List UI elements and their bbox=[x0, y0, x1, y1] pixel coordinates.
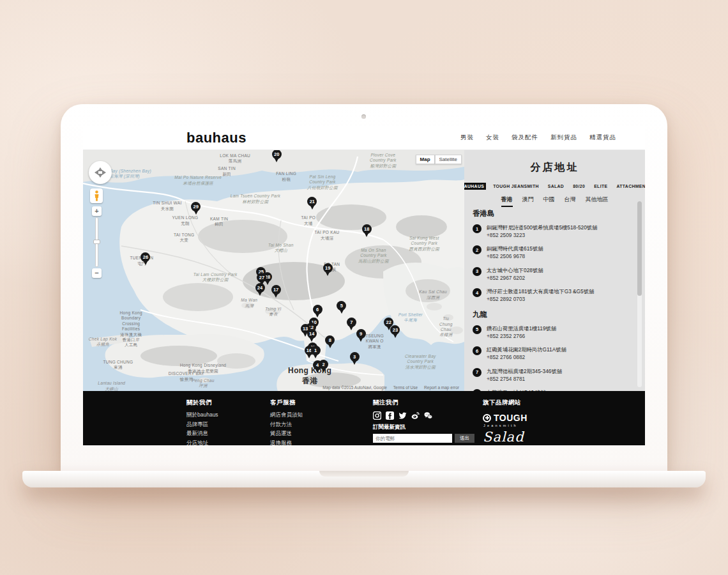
map-pin[interactable]: 6 bbox=[312, 305, 322, 319]
terms-of-use-link[interactable]: Terms of Use bbox=[393, 385, 418, 390]
map-pin[interactable]: 4 bbox=[312, 360, 322, 374]
brand-tab[interactable]: TOUGH JEANSMITH bbox=[491, 183, 541, 190]
footer-link[interactable]: 退換服務 bbox=[270, 440, 373, 446]
store-number-badge: 2 bbox=[473, 245, 482, 254]
map-pin-number: 26 bbox=[140, 252, 150, 262]
footer-brands-column: 旗下品牌網站 TOUGH Jeansmith Salad THE bbox=[483, 399, 579, 445]
satellite-view-button[interactable]: Satellite bbox=[435, 155, 462, 164]
map-pin-number: 9 bbox=[356, 329, 366, 339]
map-pin[interactable]: 26 bbox=[140, 252, 151, 266]
footer-link[interactable]: 網店會員須知 bbox=[270, 411, 373, 419]
footer-column-title: 旗下品牌網站 bbox=[483, 399, 579, 407]
store-address: 九龍灣德福廣場2期345-346號舖 bbox=[487, 367, 562, 375]
bauhaus-logo[interactable]: bauhaus bbox=[186, 130, 246, 146]
panel-title: 分店地址 bbox=[464, 161, 645, 174]
panel-scrollbar-thumb[interactable] bbox=[637, 201, 642, 296]
map-zoom-control[interactable]: + − bbox=[92, 206, 102, 278]
map-pin-number: 27 bbox=[257, 273, 266, 282]
pan-left-icon[interactable] bbox=[92, 170, 98, 175]
pan-right-icon[interactable] bbox=[102, 170, 109, 175]
brand-tab[interactable]: ATTACHMENT bbox=[614, 183, 645, 190]
map-pin[interactable]: 23 bbox=[390, 325, 400, 339]
pegman-control[interactable] bbox=[90, 188, 103, 203]
footer-link[interactable]: 貨品運送 bbox=[270, 430, 373, 438]
store-address: 灣仔莊士敦道181號大有廣場地下G3 &G5號舖 bbox=[487, 288, 594, 295]
zoom-in-button[interactable]: + bbox=[92, 206, 102, 216]
store-address: 鑽石山荷里活廣場1樓119號舖 bbox=[487, 325, 556, 332]
nav-link[interactable]: 精選貨品 bbox=[589, 134, 616, 142]
store-list-item[interactable]: 3 太古城中心地下028號舖 +852 2967 6202 bbox=[473, 266, 631, 282]
map-pan-control[interactable] bbox=[89, 161, 112, 184]
weibo-icon[interactable] bbox=[411, 411, 420, 420]
map-type-switcher: Map Satellite bbox=[416, 155, 462, 164]
map-pin[interactable]: 7 bbox=[346, 318, 356, 332]
browser-screen: bauhaus 男裝女裝袋及配件新到貨品精選貨品 bbox=[83, 126, 645, 445]
store-phone: +852 2352 2766 bbox=[487, 332, 556, 340]
brand-tab[interactable]: SALAD bbox=[546, 183, 566, 190]
brand-tabs: BAUHAUSTOUGH JEANSMITHSALAD80/20ELITEATT… bbox=[464, 183, 645, 190]
map-pin[interactable]: 3 bbox=[349, 352, 360, 366]
map-pin[interactable]: 17 bbox=[271, 285, 281, 299]
map-pin-number: 1 bbox=[311, 346, 321, 355]
section-stores: 1 銅鑼灣軒尼詩道500號希慎廣場5樓518-520號舖 +852 2509 3… bbox=[473, 224, 631, 303]
zoom-slider-track[interactable] bbox=[95, 217, 98, 267]
nav-link[interactable]: 男裝 bbox=[460, 134, 474, 142]
footer-column-title: 關注我們 bbox=[373, 399, 483, 407]
twitter-icon[interactable] bbox=[398, 411, 407, 420]
map-pin[interactable]: 24 bbox=[255, 283, 265, 297]
store-phone: +852 2509 3223 bbox=[487, 231, 597, 239]
map-view-button[interactable]: Map bbox=[416, 155, 435, 164]
zoom-out-button[interactable]: − bbox=[92, 268, 102, 278]
store-list-item[interactable]: 6 紅磡黃埔花園2期時尚坊G11A號舖 +852 2766 0882 bbox=[473, 346, 631, 361]
footer-link[interactable]: 品牌專區 bbox=[186, 421, 270, 429]
map-pin-number: 24 bbox=[255, 283, 265, 293]
report-map-error-link[interactable]: Report a map error bbox=[424, 385, 459, 390]
store-list-item[interactable]: 7 九龍灣德福廣場2期345-346號舖 +852 2754 8781 bbox=[473, 367, 631, 383]
newsletter-submit-button[interactable]: 送出 bbox=[455, 434, 474, 443]
map-pin-number: 29 bbox=[191, 202, 201, 211]
map-pin[interactable]: 29 bbox=[191, 202, 201, 216]
zoom-slider-handle[interactable] bbox=[93, 240, 100, 244]
store-list-item[interactable]: 1 銅鑼灣軒尼詩道500號希慎廣場5樓518-520號舖 +852 2509 3… bbox=[473, 224, 631, 239]
newsletter-title: 訂閱最新資訊 bbox=[373, 424, 483, 431]
brand-tab[interactable]: BAUHAUS bbox=[464, 183, 486, 190]
footer-link[interactable]: 付款方法 bbox=[270, 421, 373, 429]
map-pin[interactable]: 18 bbox=[361, 224, 372, 238]
instagram-icon[interactable] bbox=[373, 411, 381, 420]
footer-link[interactable]: 最新消息 bbox=[186, 430, 270, 438]
footer-link[interactable]: 關於bauhaus bbox=[186, 411, 270, 419]
footer-link[interactable]: 分店地址 bbox=[186, 440, 270, 446]
map-pin[interactable]: 21 bbox=[307, 197, 317, 211]
map-pin[interactable]: 8 bbox=[325, 335, 335, 349]
store-list-item[interactable]: 2 銅鑼灣時代廣場615號舖 +852 2506 9678 bbox=[473, 245, 631, 260]
newsletter-email-input[interactable] bbox=[373, 434, 452, 443]
map-pin[interactable]: 19 bbox=[322, 263, 333, 277]
map-pin[interactable]: 1 bbox=[310, 346, 321, 360]
map-pin[interactable]: 20 bbox=[271, 150, 282, 164]
tough-plus-icon bbox=[483, 414, 491, 422]
map-pin[interactable]: 5 bbox=[337, 301, 347, 315]
salad-logo[interactable]: Salad bbox=[483, 430, 579, 445]
brand-tab[interactable]: 80/20 bbox=[571, 183, 587, 190]
store-number-badge: 4 bbox=[473, 288, 482, 297]
panel-scrollbar[interactable] bbox=[637, 201, 642, 387]
store-list-item[interactable]: 5 鑽石山荷里活廣場1樓119號舖 +852 2352 2766 bbox=[473, 325, 631, 340]
map-pin-number: 4 bbox=[313, 360, 322, 370]
wechat-icon[interactable] bbox=[424, 411, 432, 420]
store-list: 香港島 1 銅鑼灣軒尼詩道500號希慎廣場5樓518-520號舖 +852 25… bbox=[473, 203, 631, 391]
nav-link[interactable]: 女裝 bbox=[486, 134, 499, 142]
footer-links: 關於bauhaus品牌專區最新消息分店地址投資者資訊加入我們 bbox=[186, 411, 270, 445]
laptop-base-notch bbox=[319, 471, 409, 477]
store-locator-panel: 分店地址 BAUHAUSTOUGH JEANSMITHSALAD80/20ELI… bbox=[464, 150, 645, 391]
footer-column-title: 客戶服務 bbox=[270, 399, 373, 407]
store-map[interactable]: Deep Bay (Shenzhen Bay) 后海灣 (深圳灣)Mai Po … bbox=[83, 150, 464, 391]
nav-link[interactable]: 新到貨品 bbox=[550, 134, 577, 142]
tough-jeansmith-logo[interactable]: TOUGH bbox=[483, 413, 579, 423]
store-address: 紅磡黃埔花園2期時尚坊G11A號舖 bbox=[487, 346, 566, 353]
facebook-icon[interactable] bbox=[386, 411, 394, 420]
store-list-item[interactable]: 4 灣仔莊士敦道181號大有廣場地下G3 &G5號舖 +852 2892 070… bbox=[473, 288, 631, 303]
brand-tab[interactable]: ELITE bbox=[592, 183, 609, 190]
map-pin[interactable]: 9 bbox=[356, 329, 366, 343]
nav-link[interactable]: 袋及配件 bbox=[512, 134, 538, 142]
map-pin[interactable]: 14 bbox=[307, 329, 317, 343]
